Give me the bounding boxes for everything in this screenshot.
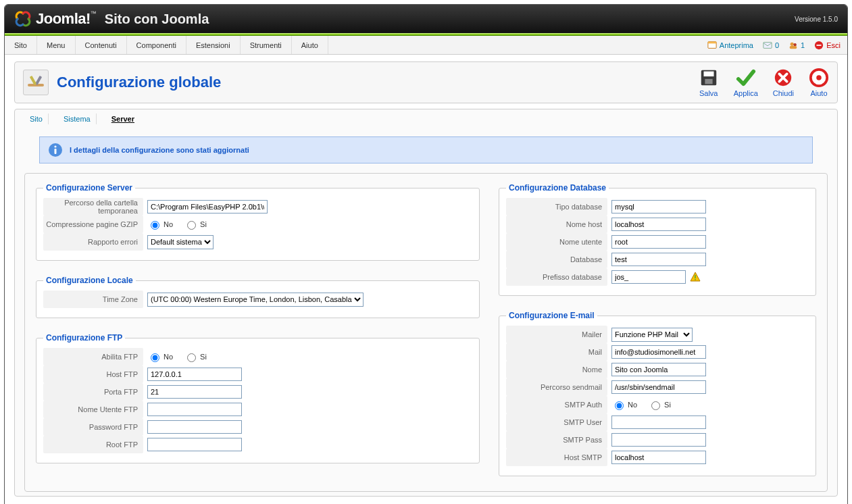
input-db-host[interactable] [611, 218, 706, 231]
config-panel: Configurazione Server Percorso della car… [24, 173, 828, 492]
svg-rect-10 [30, 76, 36, 85]
users-link[interactable]: 1 [788, 41, 805, 50]
label-sendmail: Percorso sendmail [506, 378, 607, 396]
legend-mail: Configurazione E-mail [506, 311, 597, 320]
apply-button[interactable]: Applica [734, 68, 758, 97]
input-db-name[interactable] [611, 253, 706, 266]
svg-point-16 [816, 75, 822, 80]
label-db-type: Tipo database [506, 198, 607, 216]
label-smtp-pass: SMTP Pass [506, 431, 607, 449]
tab-sistema[interactable]: Sistema [58, 114, 97, 124]
logout-icon [814, 41, 824, 50]
svg-rect-5 [790, 45, 797, 48]
close-button[interactable]: Chiudi [773, 68, 794, 97]
close-icon [773, 68, 793, 88]
label-ftp-host: Host FTP [43, 366, 143, 383]
svg-rect-21 [695, 279, 696, 280]
input-ftp-host[interactable] [147, 368, 242, 381]
tab-sito[interactable]: Sito [24, 114, 49, 124]
legend-database: Configurazione Database [506, 183, 609, 193]
input-tmp-path[interactable] [147, 200, 268, 213]
input-smtp-user[interactable] [611, 415, 706, 429]
help-icon [809, 68, 829, 88]
radio-ftp-yes[interactable]: Si [184, 351, 207, 362]
save-button[interactable]: Salva [699, 68, 719, 97]
legend-ftp: Configurazione FTP [43, 333, 125, 343]
help-button[interactable]: Aiuto [809, 68, 829, 97]
select-error-reporting[interactable]: Default sistema [147, 235, 214, 249]
notice-text: I dettagli della configurazione sono sta… [70, 146, 249, 154]
legend-server: Configurazione Server [43, 183, 135, 193]
label-smtp-auth: SMTP Auth [506, 396, 607, 413]
menu-contenuti[interactable]: Contenuti [76, 36, 127, 54]
input-db-prefix[interactable] [611, 270, 686, 284]
main-menu: Sito Menu Contenuti Componenti Estension… [5, 36, 847, 55]
select-timezone[interactable]: (UTC 00:00) Western Europe Time, London,… [147, 293, 364, 307]
svg-rect-12 [703, 72, 713, 77]
site-title: Sito con Joomla [105, 11, 209, 27]
menu-estensioni[interactable]: Estensioni [186, 36, 241, 54]
input-mail-name[interactable] [611, 363, 706, 376]
label-mail-from: Mail [506, 343, 607, 361]
success-notice: I dettagli della configurazione sono sta… [39, 136, 813, 163]
label-gzip: Compressione pagine GZIP [43, 216, 143, 233]
svg-rect-2 [763, 42, 772, 48]
page-title: Configurazione globale [57, 74, 221, 91]
input-db-type[interactable] [611, 200, 706, 213]
svg-rect-19 [55, 149, 57, 154]
top-bar: Joomla!™ Sito con Joomla Versione 1.5.0 [5, 5, 847, 33]
svg-rect-13 [705, 79, 712, 84]
input-ftp-user[interactable] [147, 403, 242, 416]
input-smtp-pass[interactable] [611, 433, 706, 447]
label-smtp-host: Host SMTP [506, 449, 607, 466]
label-mailer: Mailer [506, 326, 607, 343]
legend-locale: Configurazione Locale [43, 276, 136, 285]
fieldset-locale: Configurazione Locale Time Zone (UTC 00:… [36, 276, 480, 318]
input-ftp-port[interactable] [147, 385, 242, 399]
menu-aiuto[interactable]: Aiuto [292, 36, 328, 54]
mail-icon [763, 41, 772, 50]
radio-smtpauth-no[interactable]: No [611, 399, 637, 410]
fieldset-server: Configurazione Server Percorso della car… [36, 183, 480, 261]
page-body: Configurazione globale Salva Applica Chi… [5, 55, 847, 504]
input-ftp-pass[interactable] [147, 420, 242, 434]
label-mail-name: Nome [506, 361, 607, 378]
input-db-user[interactable] [611, 235, 706, 249]
radio-smtpauth-yes[interactable]: Si [648, 399, 671, 410]
label-ftp-port: Porta FTP [43, 383, 143, 401]
preview-link[interactable]: Anteprima [707, 41, 753, 50]
radio-gzip-yes[interactable]: Si [184, 219, 207, 230]
tab-server[interactable]: Server [106, 114, 140, 124]
label-db-name: Database [506, 251, 607, 268]
input-mail-from[interactable] [611, 345, 706, 359]
config-icon [23, 70, 49, 95]
input-sendmail[interactable] [611, 380, 706, 394]
menu-strumenti[interactable]: Strumenti [241, 36, 292, 54]
label-db-user: Nome utente [506, 233, 607, 251]
messages-link[interactable]: 0 [763, 41, 779, 50]
label-timezone: Time Zone [43, 291, 143, 308]
save-icon [699, 68, 719, 88]
left-column: Configurazione Server Percorso della car… [36, 183, 480, 476]
label-db-prefix: Prefisso database [506, 268, 607, 286]
svg-rect-7 [817, 45, 822, 46]
radio-ftp-no[interactable]: No [147, 351, 173, 362]
label-smtp-user: SMTP User [506, 413, 607, 431]
warning-icon [690, 272, 701, 282]
radio-gzip-no[interactable]: No [147, 219, 173, 230]
menu-componenti[interactable]: Componenti [127, 36, 186, 54]
select-mailer[interactable]: Funzione PHP Mail [611, 328, 693, 342]
fieldset-mail: Configurazione E-mail MailerFunzione PHP… [499, 311, 816, 476]
label-ftp-root: Root FTP [43, 436, 143, 453]
logout-link[interactable]: Esci [814, 41, 841, 50]
svg-point-3 [791, 42, 794, 45]
input-ftp-root[interactable] [147, 438, 242, 451]
fieldset-ftp: Configurazione FTP Abilita FTP No Si Hos… [36, 333, 480, 463]
svg-point-4 [794, 43, 797, 45]
menu-sito[interactable]: Sito [5, 36, 37, 54]
apply-icon [736, 68, 756, 88]
joomla-logo-icon [14, 10, 32, 28]
fieldset-database: Configurazione Database Tipo database No… [499, 183, 816, 296]
input-smtp-host[interactable] [611, 451, 706, 464]
menu-menu[interactable]: Menu [37, 36, 76, 54]
